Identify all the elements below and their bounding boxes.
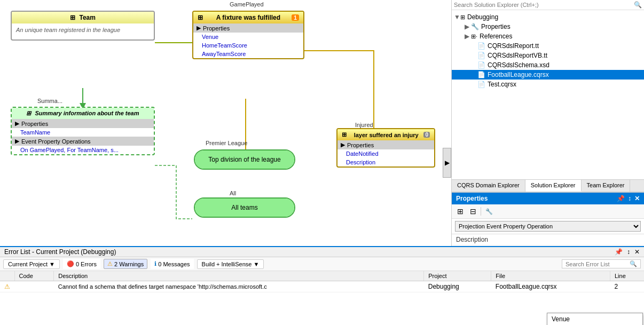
props-toolbar-btn-1[interactable]: ⊞ (455, 206, 466, 217)
summary-node[interactable]: ⊞ Summary information about the team ▶Pr… (11, 107, 155, 155)
props-toolbar-btn-3[interactable]: 🔧 (483, 207, 495, 216)
gameplayed-node[interactable]: ⊞ A fixture was fulfilled 1 ▶Properties … (192, 11, 304, 59)
error-row-line: 2 (610, 281, 644, 292)
tree-item-test[interactable]: 📄 Test.cqrsx (452, 80, 644, 89)
message-icon: ℹ (154, 260, 156, 267)
properties-dropdown[interactable]: Projection Event Property Operation (452, 219, 644, 234)
allteams-text: All teams (195, 199, 294, 217)
search-icon: 🔍 (634, 1, 642, 9)
close-icon[interactable]: ✕ (634, 195, 640, 202)
gp-awayscore: AwayTeamScore (193, 50, 303, 58)
error-table: Code Description Project File Line ⚠ Can… (0, 271, 644, 292)
error-search-input[interactable] (566, 261, 630, 267)
wrench-icon: 🔧 (471, 23, 479, 30)
team-node-header: ⊞ Team (12, 12, 154, 23)
team-icon: ⊞ (70, 14, 75, 21)
error-close-icon[interactable]: ✕ (634, 248, 640, 256)
solution-search-bar[interactable]: 🔍 (452, 0, 644, 10)
tree-label-cqrsreportvb: CQRSdslReportVB.tt (488, 52, 547, 59)
summary-icon: ⊞ (26, 110, 31, 116)
tree-label-test: Test.cqrsx (488, 81, 516, 88)
summary-node-header: ⊞ Summary information about the team (12, 108, 154, 119)
error-search-icon: 🔍 (630, 260, 637, 267)
team-title: Team (79, 14, 95, 21)
gameplayed-badge: 1 (292, 14, 299, 21)
gameplayed-node-header: ⊞ A fixture was fulfilled 1 (193, 12, 303, 23)
injured-properties-section: ▶Properties (337, 140, 434, 149)
build-dropdown-icon: ▼ (253, 261, 259, 267)
summary-operation-item: On GamePlayed, For TeamName, s... (12, 146, 154, 154)
tree-label-references: References (480, 33, 512, 40)
col-icon (0, 271, 14, 281)
injured-title-label: Injured (355, 122, 373, 128)
solution-explorer: 🔍 ▼ ⊞ Debugging ▶ 🔧 Properties ▶ ⊞· Refe… (452, 0, 644, 180)
expand-icon: ▼ (454, 13, 460, 21)
error-row-file: FootballLeague.cqrsx (491, 281, 610, 292)
tree-item-cqrsreportvb[interactable]: 📄 CQRSdslReportVB.tt (452, 51, 644, 60)
premier-node[interactable]: Top division of the league (194, 149, 295, 170)
filter-dropdown-icon: ▼ (49, 261, 55, 267)
file-icon-5: 📄 (477, 81, 485, 88)
team-description: An unique team registered in the league (12, 23, 154, 39)
props-row-description: Description (452, 234, 644, 245)
properties-type-select[interactable]: Projection Event Property Operation (455, 221, 641, 232)
injured-datenotified: DateNotified (337, 149, 434, 158)
error-row-project: Debugging (424, 281, 491, 292)
injured-title: layer suffered an injury (354, 132, 419, 138)
current-project-filter[interactable]: Current Project ▼ (3, 259, 60, 269)
summary-label: Summa... (37, 98, 62, 104)
arrow-icon[interactable]: ↕ (628, 195, 631, 202)
properties-header: Properties 📌 ↕ ✕ (452, 193, 644, 204)
error-search-box[interactable]: 🔍 (562, 259, 641, 268)
current-project-label: Current Project (8, 261, 48, 267)
summary-teamname: TeamName (12, 128, 154, 137)
error-list-toolbar: Current Project ▼ 🔴 0 Errors ⚠ 2 Warning… (0, 257, 644, 271)
injured-icon: ⊞ (342, 131, 347, 138)
col-description: Description (54, 271, 424, 281)
error-list-title: Error List - Current Project (Debugging) (4, 248, 116, 256)
col-code: Code (14, 271, 54, 281)
tree-item-footballleague[interactable]: 📄 FootballLeague.cqrsx (452, 70, 644, 80)
error-pin-icon[interactable]: 📌 (615, 248, 623, 256)
file-icon-4: 📄 (477, 71, 485, 78)
tab-team-explorer[interactable]: Team Explorer (582, 180, 631, 192)
gp-homescore: HomeTeamScore (193, 41, 303, 50)
solution-tree: ▼ ⊞ Debugging ▶ 🔧 Properties ▶ ⊞· Refere… (452, 10, 644, 91)
errors-btn[interactable]: 🔴 0 Errors (63, 259, 100, 269)
gameplayed-icon: ⊞ (198, 14, 203, 21)
props-name-description: Description (452, 234, 543, 245)
build-intellisense-btn[interactable]: Build + IntelliSense ▼ (197, 259, 264, 269)
scroll-right[interactable]: ▶ (443, 148, 451, 178)
debugging-icon: ⊞ (460, 14, 465, 21)
tab-cqrs-domain[interactable]: CQRS Domain Explorer (452, 180, 525, 192)
error-arrow-icon[interactable]: ↕ (627, 248, 630, 256)
gp-venue: Venue (193, 33, 303, 41)
props-toolbar-btn-2[interactable]: ⊟ (468, 206, 478, 217)
tree-item-references[interactable]: ▶ ⊞· References (452, 31, 644, 41)
tree-label-cqrsreport: CQRSdslReport.tt (488, 42, 539, 50)
tab-solution-explorer[interactable]: Solution Explorer (525, 180, 582, 192)
injured-node[interactable]: ⊞ layer suffered an injury 0 ▶Properties… (336, 128, 435, 168)
tree-item-debugging[interactable]: ▼ ⊞ Debugging (452, 12, 644, 22)
team-node[interactable]: ⊞ Team An unique team registered in the … (11, 11, 155, 41)
error-row-1[interactable]: ⚠ Cannot find a schema that defines targ… (0, 281, 644, 292)
tree-item-schema[interactable]: 📄 CQRSdslSchema.xsd (452, 60, 644, 70)
warnings-btn[interactable]: ⚠ 2 Warnings (104, 259, 147, 269)
source-property-dropdown[interactable]: Venue HomeTeamScore AwayTeamScore (547, 313, 643, 325)
warning-icon: ⚠ (107, 260, 113, 267)
tree-item-cqrsreport[interactable]: 📄 CQRSdslReport.tt (452, 41, 644, 51)
tree-item-properties[interactable]: ▶ 🔧 Properties (452, 22, 644, 31)
solution-search-input[interactable] (454, 2, 634, 8)
allteams-node[interactable]: All teams (194, 197, 295, 218)
error-row-desc: Cannot find a schema that defines target… (54, 281, 424, 292)
tab-bar: CQRS Domain Explorer Solution Explorer T… (452, 180, 644, 192)
file-icon-1: 📄 (477, 42, 485, 50)
properties-title: Properties (456, 195, 488, 202)
dropdown-option-venue[interactable]: Venue (547, 313, 642, 325)
gameplayed-title-label: GamePlayed (230, 1, 264, 7)
pin-icon[interactable]: 📌 (617, 195, 625, 202)
tree-label-schema: CQRSdslSchema.xsd (488, 61, 549, 69)
messages-btn[interactable]: ℹ 0 Messages (151, 259, 193, 269)
toolbar-divider (481, 207, 481, 216)
error-row-code (14, 281, 54, 292)
